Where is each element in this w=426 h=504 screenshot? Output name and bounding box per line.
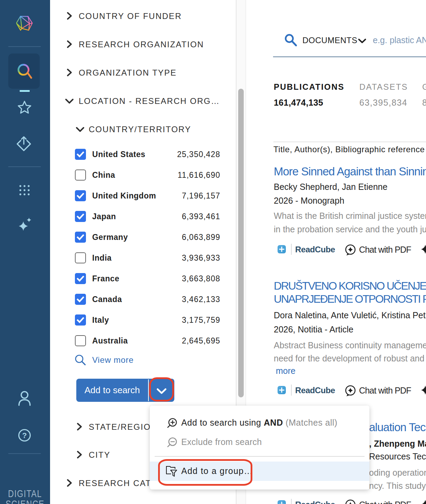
svg-text:?: ? — [22, 431, 27, 440]
